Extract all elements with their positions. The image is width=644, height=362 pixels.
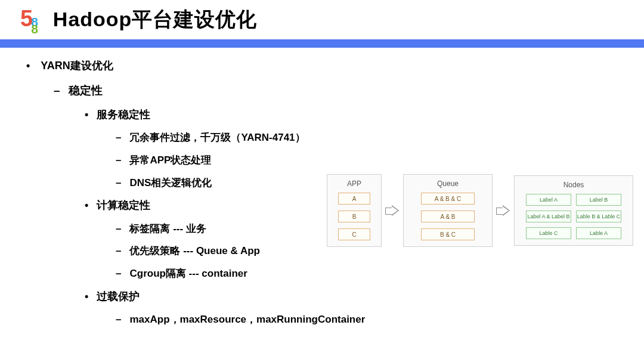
logo-58: 5 8 8: [20, 7, 36, 32]
bullet-lvl3: 过载保护 maxApp，maxResource，maxRunningContai…: [85, 289, 644, 327]
text: 标签隔离 --- 业务: [129, 223, 206, 234]
app-cell: C: [338, 228, 370, 240]
app-cell: A: [338, 193, 370, 205]
text: 过载保护: [97, 290, 140, 302]
text: 优先级策略 --- Queue & App: [129, 245, 259, 256]
panel-nodes: Nodes Label A Label B Label A & Label B …: [514, 175, 633, 246]
node-cell: Label A & Label B: [526, 211, 571, 222]
yarn-label-diagram: APP A B C Queue A & B & C A & B B & C No…: [327, 174, 633, 247]
node-cell: Label B: [576, 194, 621, 206]
node-cell: Lable C: [526, 227, 571, 239]
logo-digit-5: 5: [20, 7, 31, 30]
slide-header: 5 8 8 Hadoop平台建设优化: [0, 0, 644, 39]
bullet-lvl4: 冗余事件过滤，千万级（YARN-4741）: [116, 131, 644, 145]
arrow-icon: [385, 205, 400, 216]
slide-title: Hadoop平台建设优化: [53, 6, 258, 33]
queue-cell: A & B & C: [421, 193, 475, 205]
bullet-lvl4: maxApp，maxResource，maxRunningContainer: [116, 313, 644, 327]
panel-title: APP: [347, 180, 361, 188]
panel-queue: Queue A & B & C A & B B & C: [403, 174, 493, 247]
text: Cgroup隔离 --- container: [129, 268, 247, 279]
text: 服务稳定性: [97, 109, 150, 120]
text: maxApp，maxResource，maxRunningContainer: [129, 314, 365, 325]
accent-bar: [0, 39, 644, 48]
logo-digit-8: 8 8: [31, 18, 36, 32]
text: 冗余事件过滤，千万级（YARN-4741）: [129, 132, 305, 143]
panel-app: APP A B C: [327, 174, 382, 247]
app-cell: B: [338, 211, 370, 222]
panel-title: Nodes: [564, 181, 584, 189]
text: DNS相关逻辑优化: [129, 177, 212, 188]
text: 稳定性: [69, 84, 103, 97]
text: 计算稳定性: [97, 199, 150, 211]
text: 异常APP状态处理: [129, 154, 211, 166]
bullet-lvl4: 异常APP状态处理: [116, 153, 644, 168]
bullet-lvl4: Cgroup隔离 --- container: [116, 267, 644, 281]
panel-title: Queue: [437, 180, 459, 188]
text: YARN建设优化: [41, 60, 113, 72]
arrow-icon: [496, 205, 510, 216]
node-cell: Lable B & Lable C: [576, 211, 621, 222]
queue-cell: A & B: [421, 211, 475, 222]
queue-cell: B & C: [421, 228, 475, 240]
node-cell: Label A: [526, 194, 571, 206]
node-cell: Lable A: [576, 227, 621, 239]
